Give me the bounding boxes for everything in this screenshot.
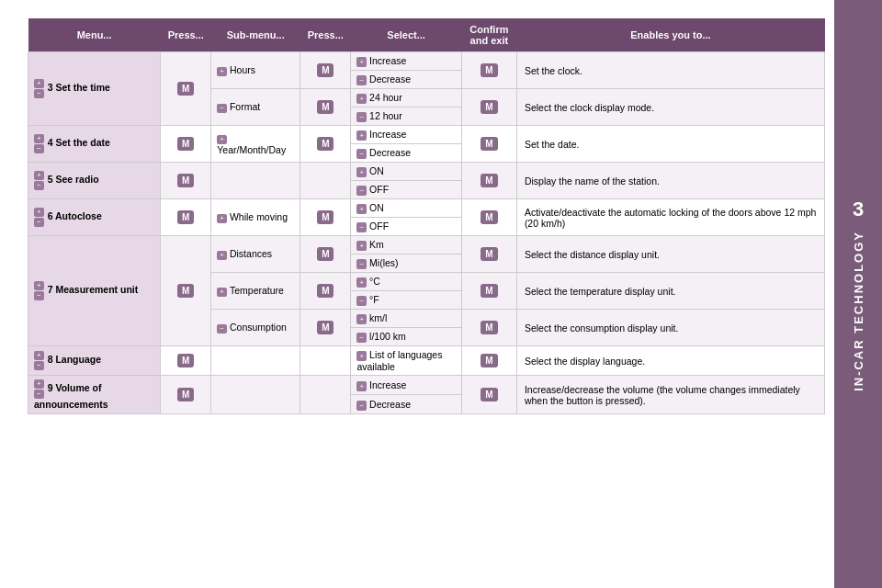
table-row: +−5 See radioM+ONMDisplay the name of th… xyxy=(28,163,825,181)
table-row: +−4 Set the dateM+Year/Month/DayM+Increa… xyxy=(28,126,825,144)
table-row: +−9 Volume of announcementsM+IncreaseMIn… xyxy=(28,376,825,395)
right-sidebar: 3 IN-CAR TECHNOLOGY xyxy=(834,0,882,588)
enables-cell: Select the temperature display unit. xyxy=(516,273,824,310)
enables-cell: Select the distance display unit. xyxy=(516,236,824,273)
col-menu-header: Menu... xyxy=(28,18,161,52)
col-enables-header: Enables you to... xyxy=(516,18,824,52)
enables-cell: Activate/deactivate the automatic lockin… xyxy=(516,199,824,236)
sidebar-number: 3 xyxy=(853,198,864,221)
enables-cell: Increase/decrease the volume (the volume… xyxy=(516,376,824,414)
menu-label: 9 Volume of announcements xyxy=(34,382,108,410)
table-row: +−6 AutocloseM+While movingM+ONMActivate… xyxy=(28,199,825,218)
menu-label: 5 See radio xyxy=(48,174,99,185)
sidebar-technology-label: IN-CAR TECHNOLOGY xyxy=(852,231,865,391)
table-row: +−3 Set the timeM+HoursM+IncreaseMSet th… xyxy=(28,52,825,71)
enables-cell: Display the name of the station. xyxy=(516,163,824,199)
enables-cell: Set the date. xyxy=(516,126,824,163)
col-press2-header: Press... xyxy=(300,18,351,52)
enables-cell: Set the clock. xyxy=(516,52,824,89)
enables-cell: Select the display language. xyxy=(516,346,824,376)
col-submenu-header: Sub-menu... xyxy=(211,18,300,52)
col-press1-header: Press... xyxy=(161,18,211,52)
table-row: +−7 Measurement unitM+DistancesM+KmMSele… xyxy=(28,236,825,254)
menu-label: 8 Language xyxy=(48,354,101,365)
main-table: Menu... Press... Sub-menu... Press... Se… xyxy=(28,18,825,414)
enables-cell: Select the clock display mode. xyxy=(516,89,824,126)
col-confirm-header: Confirm and exit xyxy=(461,18,516,52)
menu-label: 4 Set the date xyxy=(48,137,110,148)
col-select-header: Select... xyxy=(351,18,461,52)
table-row: +−8 LanguageM+List of languages availabl… xyxy=(28,346,825,376)
enables-cell: Select the consumption display unit. xyxy=(516,310,824,346)
menu-label: 6 Autoclose xyxy=(48,210,102,221)
menu-label: 3 Set the time xyxy=(48,82,110,93)
menu-label: 7 Measurement unit xyxy=(48,284,139,295)
